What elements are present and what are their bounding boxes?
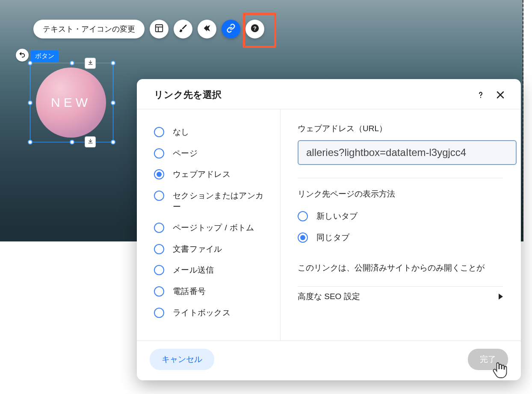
publish-note: このリンクは、公開済みサイトからのみ開くことが bbox=[298, 262, 517, 273]
resize-handle[interactable] bbox=[111, 100, 115, 105]
resize-handle[interactable] bbox=[28, 100, 33, 105]
cancel-button[interactable]: キャンセル bbox=[150, 349, 214, 370]
radio-icon bbox=[298, 211, 308, 221]
pin-top-button[interactable] bbox=[85, 58, 96, 69]
url-input[interactable] bbox=[298, 140, 517, 165]
download-icon bbox=[87, 138, 94, 146]
open-same-tab[interactable]: 同じタブ bbox=[298, 227, 517, 248]
radio-icon bbox=[154, 223, 164, 233]
link-icon bbox=[226, 24, 236, 35]
radio-icon bbox=[154, 286, 164, 297]
divider bbox=[298, 178, 503, 178]
radio-label: なし bbox=[173, 126, 189, 138]
radio-icon bbox=[154, 169, 164, 179]
element-type-tag: ボタン bbox=[31, 50, 59, 62]
change-text-icon-button[interactable]: テキスト・アイコンの変更 bbox=[33, 20, 145, 38]
canvas-boundary bbox=[523, 0, 523, 241]
selection-box bbox=[30, 63, 113, 142]
element-type-label: ボタン bbox=[35, 52, 54, 59]
radio-label: 文書ファイル bbox=[173, 244, 222, 255]
modal-title: リンク先を選択 bbox=[154, 88, 222, 101]
open-method-label: リンク先ページの表示方法 bbox=[298, 188, 517, 200]
design-button[interactable] bbox=[174, 20, 192, 38]
resize-handle[interactable] bbox=[28, 140, 33, 144]
layout-icon bbox=[154, 24, 164, 35]
link-settings-modal: リンク先を選択 なし ページ ウェブアドレス セクションまたはアンカー ページト… bbox=[137, 79, 521, 380]
link-type-web-address[interactable]: ウェブアドレス bbox=[154, 164, 268, 185]
done-label: 完了 bbox=[480, 355, 496, 364]
url-field-label: ウェブアドレス（URL） bbox=[298, 123, 517, 134]
radio-label: ページトップ / ボトム bbox=[173, 222, 254, 233]
link-type-anchor[interactable]: セクションまたはアンカー bbox=[154, 185, 268, 217]
radio-label: メール送信 bbox=[173, 265, 214, 276]
radio-icon bbox=[154, 265, 164, 275]
download-icon bbox=[87, 59, 94, 68]
link-type-column: なし ページ ウェブアドレス セクションまたはアンカー ページトップ / ボトム… bbox=[137, 109, 281, 341]
radio-icon bbox=[154, 308, 164, 318]
link-type-page[interactable]: ページ bbox=[154, 143, 268, 164]
resize-handle[interactable] bbox=[111, 140, 115, 144]
link-type-lightbox[interactable]: ライトボックス bbox=[154, 302, 268, 323]
radio-label: ウェブアドレス bbox=[173, 169, 231, 180]
brush-icon bbox=[178, 24, 188, 35]
close-icon bbox=[495, 94, 505, 101]
element-toolbar: テキスト・アイコンの変更 ? bbox=[33, 20, 264, 38]
resize-handle[interactable] bbox=[70, 140, 74, 144]
link-type-email[interactable]: メール送信 bbox=[154, 259, 268, 281]
radio-icon bbox=[154, 191, 164, 201]
resize-handle[interactable] bbox=[70, 61, 74, 65]
link-type-phone[interactable]: 電話番号 bbox=[154, 281, 268, 302]
resize-handle[interactable] bbox=[111, 61, 115, 65]
done-button[interactable]: 完了 bbox=[468, 349, 508, 370]
svg-point-5 bbox=[480, 97, 481, 98]
link-type-top-bottom[interactable]: ページトップ / ボトム bbox=[154, 217, 268, 238]
radio-label: ページ bbox=[173, 148, 198, 159]
radio-icon bbox=[154, 244, 164, 254]
advanced-seo-toggle[interactable]: 高度な SEO 設定 bbox=[298, 286, 503, 306]
animations-icon bbox=[202, 24, 212, 35]
modal-close-button[interactable] bbox=[495, 90, 505, 100]
link-type-none[interactable]: なし bbox=[154, 121, 268, 143]
modal-help-button[interactable] bbox=[476, 90, 486, 100]
svg-text:?: ? bbox=[253, 25, 257, 32]
link-button[interactable] bbox=[222, 20, 240, 38]
layout-button[interactable] bbox=[150, 20, 168, 38]
link-details-column: ウェブアドレス（URL） リンク先ページの表示方法 新しいタブ 同じタブ このリ… bbox=[281, 109, 521, 341]
radio-label: 新しいタブ bbox=[316, 211, 358, 222]
pin-bottom-button[interactable] bbox=[85, 136, 96, 147]
radio-icon bbox=[298, 232, 308, 243]
help-button[interactable]: ? bbox=[245, 20, 264, 38]
resize-handle[interactable] bbox=[28, 61, 33, 65]
undo-icon bbox=[19, 51, 26, 59]
chevron-right-icon bbox=[499, 294, 503, 300]
modal-footer: キャンセル 完了 bbox=[137, 341, 521, 380]
link-type-document[interactable]: 文書ファイル bbox=[154, 238, 268, 260]
svg-rect-0 bbox=[156, 25, 163, 32]
radio-icon bbox=[154, 127, 164, 137]
radio-label: 電話番号 bbox=[173, 286, 206, 297]
advanced-seo-label: 高度な SEO 設定 bbox=[298, 291, 360, 302]
radio-icon bbox=[154, 148, 164, 159]
animation-button[interactable] bbox=[198, 20, 216, 38]
radio-label: セクションまたはアンカー bbox=[173, 190, 268, 212]
undo-button[interactable] bbox=[16, 49, 29, 62]
change-text-icon-label: テキスト・アイコンの変更 bbox=[43, 24, 135, 34]
open-new-tab[interactable]: 新しいタブ bbox=[298, 206, 517, 227]
help-icon: ? bbox=[250, 24, 260, 35]
radio-label: 同じタブ bbox=[316, 232, 349, 243]
cancel-label: キャンセル bbox=[162, 355, 202, 364]
modal-header: リンク先を選択 bbox=[137, 79, 521, 109]
radio-label: ライトボックス bbox=[173, 307, 231, 318]
